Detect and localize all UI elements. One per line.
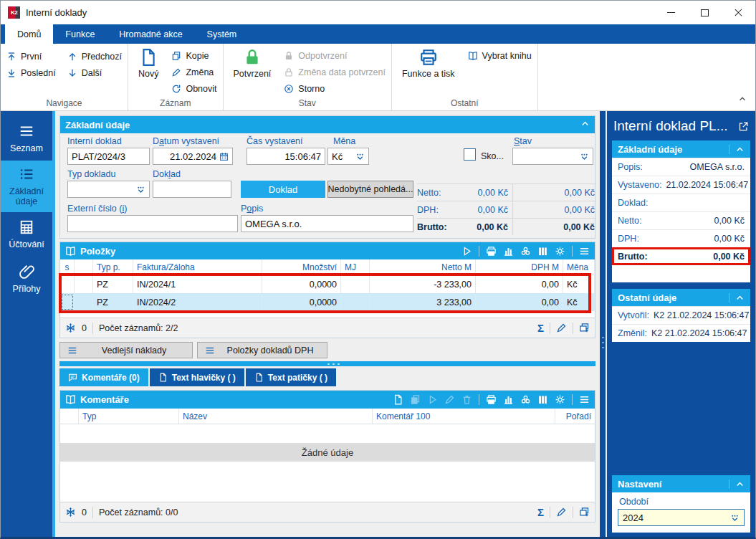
select-book-button[interactable]: Vybrat knihu: [468, 47, 532, 64]
menu-icon[interactable]: [579, 394, 590, 405]
sidebar-item-zakladni-udaje[interactable]: Základní údaje: [1, 161, 52, 212]
snowflake-icon[interactable]: [65, 323, 76, 333]
sum-icon[interactable]: Σ: [537, 322, 544, 334]
dropdown-icon[interactable]: [355, 152, 365, 161]
stav-input[interactable]: [512, 148, 593, 165]
window-controls: [654, 1, 755, 24]
collapse-panel-button[interactable]: [580, 119, 590, 130]
sidebar-item-uctovani[interactable]: Účtování: [1, 212, 52, 257]
confirm-button[interactable]: Potvrzení: [229, 46, 276, 79]
panel-title: Základní údaje: [65, 120, 130, 130]
snowflake-icon[interactable]: [65, 507, 76, 517]
new-button[interactable]: Nový: [134, 46, 163, 79]
new-record-icon[interactable]: [393, 394, 403, 405]
dropdown-icon[interactable]: [580, 152, 589, 161]
copy-button[interactable]: Kopie: [171, 47, 216, 64]
print-icon[interactable]: [486, 246, 497, 257]
collapse-section-button[interactable]: [729, 293, 745, 302]
detail-list-icon: [19, 166, 34, 182]
tab-domu[interactable]: Domů: [5, 24, 53, 44]
comments-table-header: Typ Název Komentář 100 Pořadí: [60, 409, 595, 424]
ribbon-collapse-button[interactable]: [738, 93, 747, 106]
externi-cislo-input[interactable]: [67, 215, 238, 232]
maximize-button[interactable]: [688, 1, 722, 24]
comments-header: Komentáře: [60, 391, 595, 409]
tab-system[interactable]: Systém: [195, 24, 249, 44]
panel-title: Položky: [80, 246, 115, 257]
minimize-button[interactable]: [654, 1, 688, 24]
dropdown-icon[interactable]: [136, 185, 145, 194]
dph-row: DPH:0,00 Kč0,00 Kč: [417, 201, 596, 218]
change-button[interactable]: Změna: [171, 64, 216, 80]
datum-vystaveni-input[interactable]: 21.02.2024: [153, 148, 233, 165]
next-button[interactable]: Další: [67, 65, 122, 81]
sidebar-item-seznam[interactable]: Seznam: [1, 116, 52, 161]
sum-icon[interactable]: Σ: [537, 506, 544, 518]
previous-button[interactable]: Předchozí: [67, 48, 122, 65]
collapse-section-button[interactable]: [729, 145, 745, 154]
vedlejsi-naklady-button[interactable]: Vedlejší náklady: [59, 342, 193, 358]
sidebar-item-prilohy[interactable]: Přílohy: [1, 257, 52, 301]
storno-button[interactable]: Storno: [284, 80, 386, 97]
ribbon-group-navigace: První Předchozí Poslední Další Navigace: [1, 44, 128, 110]
nedobytne-pohledavky-button[interactable]: Nedobytné pohledá...: [327, 181, 413, 198]
related-records-icon[interactable]: [520, 394, 531, 405]
cas-vystaveni-input[interactable]: 15:06:47: [247, 148, 325, 165]
totals-table: Netto:0,00 Kč0,00 Kč DPH:0,00 Kč0,00 Kč …: [417, 183, 596, 235]
last-button[interactable]: Poslední: [6, 65, 56, 81]
mena-input[interactable]: Kč: [327, 148, 369, 165]
period-input[interactable]: 2024: [618, 509, 745, 526]
columns-icon[interactable]: [537, 246, 548, 257]
interni-doklad-input[interactable]: PLAT/2024/3: [67, 148, 150, 165]
calculator-icon: [19, 219, 34, 235]
dropdown-icon[interactable]: [730, 513, 740, 523]
run-icon[interactable]: [461, 246, 472, 257]
change-confirm-date-button: Změna data potvrzení: [284, 64, 386, 80]
related-records-icon[interactable]: [520, 246, 531, 257]
tab-text-hlavicky[interactable]: Text hlavičky ( ): [150, 368, 244, 386]
chevron-up-icon: [738, 95, 747, 103]
tab-komentare[interactable]: Komentáře (0): [59, 368, 148, 386]
frozen-count: 0: [82, 323, 87, 333]
sko-label: Sko...: [481, 151, 504, 161]
horizontal-splitter[interactable]: [59, 361, 595, 366]
popis-input[interactable]: OMEGA s.r.o.: [241, 215, 413, 232]
doklad-input[interactable]: [153, 181, 231, 198]
chart-icon[interactable]: [503, 246, 514, 257]
edit-pencil-icon[interactable]: [556, 507, 567, 517]
tab-funkce[interactable]: Funkce: [53, 24, 107, 44]
arrow-up-icon: [67, 52, 77, 62]
refresh-button[interactable]: Obnovit: [171, 80, 216, 97]
table-row-selected[interactable]: PZ IN/2024/2 0,0000 3 233,00 0,00 Kč: [60, 293, 595, 311]
open-external-icon[interactable]: [738, 121, 749, 132]
polozky-dokladu-dph-button[interactable]: Položky dokladů DPH: [197, 342, 327, 358]
chevron-up-icon: [735, 480, 745, 489]
record-count: Počet záznamů: 2/2: [99, 323, 178, 333]
doklad-button[interactable]: Doklad: [241, 181, 325, 198]
k2-logo-text: K2: [11, 9, 17, 16]
copy-add-icon[interactable]: [579, 323, 590, 333]
first-button[interactable]: První: [6, 48, 56, 65]
settings-gear-icon[interactable]: [555, 394, 565, 405]
edit-pencil-icon[interactable]: [556, 323, 567, 333]
tab-text-paticky[interactable]: Text patičky ( ): [246, 368, 336, 386]
tab-hromadne-akce[interactable]: Hromadné akce: [107, 24, 194, 44]
close-button[interactable]: [722, 1, 755, 24]
calendar-icon[interactable]: [219, 152, 229, 161]
vertical-splitter[interactable]: [600, 111, 606, 537]
settings-gear-icon[interactable]: [555, 246, 565, 257]
typ-dokladu-input[interactable]: [67, 181, 150, 198]
ribbon-group-stav: Potvrzení Odpotvrzení Změna data potvrze…: [224, 44, 392, 110]
functions-print-button[interactable]: Funkce a tisk: [398, 46, 459, 79]
print-icon[interactable]: [486, 394, 497, 405]
typ-dokladu-label: Typ dokladu: [67, 169, 115, 179]
menu-icon[interactable]: [579, 246, 590, 257]
chart-icon[interactable]: [503, 394, 514, 405]
table-row[interactable]: PZ IN/2024/1 0,0000 -3 233,00 0,00 Kč: [60, 275, 595, 293]
columns-icon[interactable]: [537, 394, 548, 405]
copy-add-icon[interactable]: [579, 507, 590, 517]
summary-other-header: Ostatní údaje: [612, 289, 750, 306]
summary-row: Změnil:K2 21.02.2024 15:06:47: [612, 324, 750, 342]
sko-checkbox[interactable]: [464, 148, 476, 161]
collapse-section-button[interactable]: [729, 480, 745, 489]
